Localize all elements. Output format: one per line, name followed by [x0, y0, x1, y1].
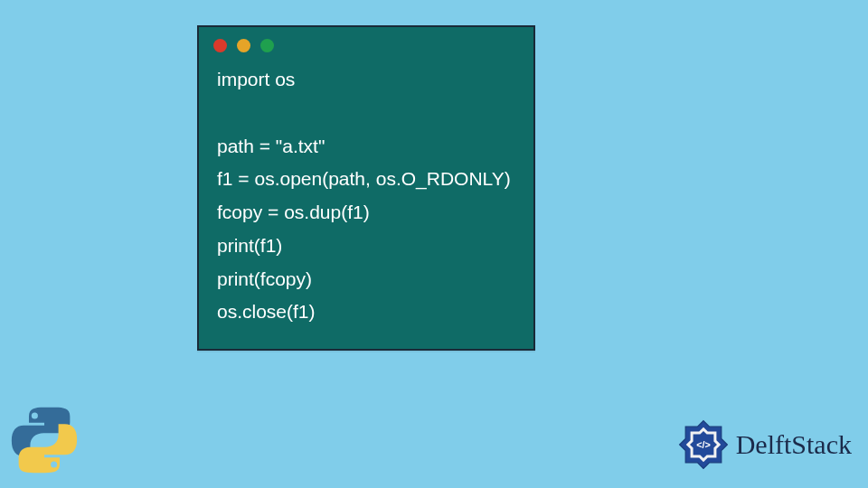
- code-window: import os path = "a.txt" f1 = os.open(pa…: [197, 25, 535, 351]
- minimize-icon: [237, 39, 250, 52]
- brand-name: DelftStack: [736, 429, 852, 460]
- maximize-icon: [260, 39, 274, 52]
- python-logo-icon: [9, 405, 80, 475]
- code-block: import os path = "a.txt" f1 = os.open(pa…: [199, 58, 533, 349]
- close-icon: [213, 39, 227, 52]
- brand-logo-icon: </>: [676, 418, 731, 472]
- svg-point-0: [32, 413, 38, 419]
- window-titlebar: [199, 27, 533, 58]
- brand: </> DelftStack: [676, 418, 852, 472]
- svg-text:</>: </>: [696, 439, 711, 450]
- svg-point-1: [51, 461, 57, 467]
